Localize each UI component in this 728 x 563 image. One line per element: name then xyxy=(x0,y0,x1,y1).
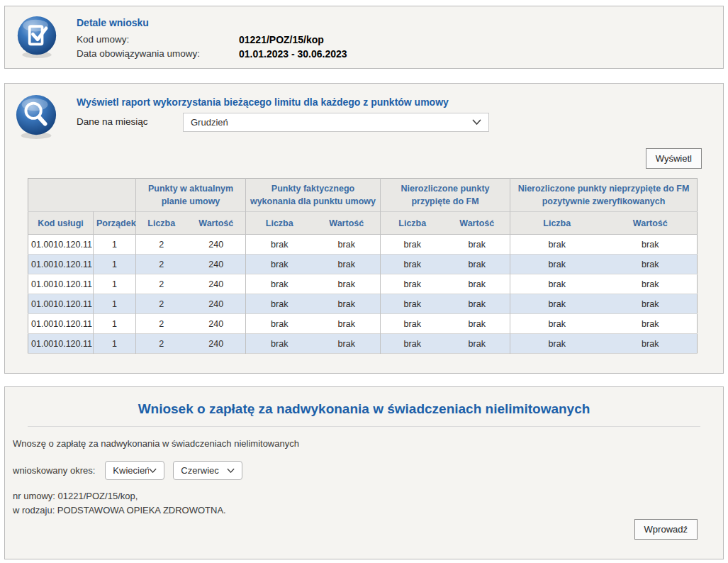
table-cell: brak xyxy=(246,274,313,294)
table-cell: brak xyxy=(246,235,313,255)
table-cell: brak xyxy=(604,314,698,334)
table-row: 01.0010.120.1112240brakbrakbrakbrakbrakb… xyxy=(28,334,698,354)
table-cell: 01.0010.120.11 xyxy=(28,255,94,274)
col-header-service-code: Kod usługi xyxy=(28,212,94,235)
table-cell: brak xyxy=(510,294,604,314)
table-row: 01.0010.120.1112240brakbrakbrakbrakbrakb… xyxy=(28,274,698,294)
table-cell: brak xyxy=(510,314,604,334)
table-cell: brak xyxy=(510,334,604,354)
table-cell: brak xyxy=(444,255,510,274)
period-to-select[interactable]: Czerwiec xyxy=(173,461,242,480)
table-cell: 01.0010.120.11 xyxy=(28,294,94,314)
col-header-count: Liczba xyxy=(381,212,444,235)
chevron-down-icon xyxy=(149,468,164,474)
table-cell: brak xyxy=(510,235,604,255)
title-divider xyxy=(28,426,700,427)
period-to-value: Czerwiec xyxy=(174,465,227,476)
col-header-value: Wartość xyxy=(444,212,510,235)
contract-dates-value: 01.01.2023 - 30.06.2023 xyxy=(239,47,347,61)
table-cell: brak xyxy=(604,235,698,255)
period-label: wnioskowany okres: xyxy=(13,465,95,476)
col-header-value: Wartość xyxy=(604,212,698,235)
table-cell: brak xyxy=(444,314,510,334)
table-cell: 1 xyxy=(94,235,136,255)
contract-details: Kod umowy: 01221/POZ/15/kop Data obowiąz… xyxy=(77,33,347,61)
period-from-value: Kwiecień xyxy=(106,465,149,476)
table-group-header-row: Punkty w aktualnym planie umowy Punkty f… xyxy=(28,179,698,212)
overrun-payment-request-panel: Wniosek o zapłatę za nadwykonania w świa… xyxy=(4,386,724,559)
table-cell: brak xyxy=(444,235,510,255)
table-cell: 1 xyxy=(94,294,136,314)
chevron-down-icon xyxy=(472,119,488,126)
table-cell: brak xyxy=(246,294,313,314)
table-cell: brak xyxy=(604,334,698,354)
table-cell: 1 xyxy=(94,314,136,334)
col-header-order: Porządek xyxy=(94,212,136,235)
period-from-select[interactable]: Kwiecień xyxy=(105,461,164,480)
table-cell: brak xyxy=(246,334,313,354)
group-header-empty xyxy=(28,179,136,212)
report-table-wrap: Punkty w aktualnym planie umowy Punkty f… xyxy=(28,178,698,354)
table-cell: 2 xyxy=(136,255,187,274)
table-cell: brak xyxy=(444,274,510,294)
service-kind-line: w rodzaju: PODSTAWOWA OPIEKA ZDROWOTNA. xyxy=(13,505,226,515)
table-cell: brak xyxy=(246,255,313,274)
table-cell: brak xyxy=(313,314,381,334)
table-cell: 240 xyxy=(187,314,246,334)
month-select[interactable]: Grudzień xyxy=(183,113,489,132)
submit-button[interactable]: Wprowadź xyxy=(634,519,698,540)
table-cell: brak xyxy=(313,334,381,354)
panel-title: Wyświetl raport wykorzystania bieżącego … xyxy=(77,96,449,108)
table-cell: 240 xyxy=(187,334,246,354)
table-cell: brak xyxy=(381,274,444,294)
table-cell: 2 xyxy=(136,235,187,255)
group-header-plan: Punkty w aktualnym planie umowy xyxy=(136,179,246,212)
table-cell: 240 xyxy=(187,294,246,314)
table-cell: brak xyxy=(510,255,604,274)
table-cell: 2 xyxy=(136,274,187,294)
report-table: Punkty w aktualnym planie umowy Punkty f… xyxy=(28,178,698,354)
table-cell: 01.0010.120.11 xyxy=(28,314,94,334)
table-cell: brak xyxy=(313,294,381,314)
table-cell: brak xyxy=(444,294,510,314)
request-statement: Wnoszę o zapłatę za nadwykonania w świad… xyxy=(13,438,299,449)
contract-number-line: nr umowy: 01221/POZ/15/kop, xyxy=(13,491,138,501)
col-header-value: Wartość xyxy=(313,212,381,235)
table-row: 01.0010.120.1112240brakbrakbrakbrakbrakb… xyxy=(28,235,698,255)
table-cell: brak xyxy=(313,274,381,294)
month-select-value: Grudzień xyxy=(184,117,472,128)
group-header-unsettled-nofm: Nierozliczone punkty nieprzypięte do FM … xyxy=(510,179,698,212)
checked-document-icon xyxy=(16,15,58,62)
magnifier-icon xyxy=(14,94,58,142)
group-header-unsettled-fm: Nierozliczone punkty przypięte do FM xyxy=(381,179,510,212)
col-header-count: Liczba xyxy=(136,212,187,235)
limit-report-panel: Wyświetl raport wykorzystania bieżącego … xyxy=(4,83,724,374)
table-cell: brak xyxy=(246,314,313,334)
table-cell: brak xyxy=(381,334,444,354)
contract-code-label: Kod umowy: xyxy=(77,33,239,47)
report-table-body: 01.0010.120.1112240brakbrakbrakbrakbrakb… xyxy=(28,235,698,354)
contract-dates-label: Data obowiązywania umowy: xyxy=(77,47,239,61)
table-cell: 2 xyxy=(136,314,187,334)
contract-code-row: Kod umowy: 01221/POZ/15/kop xyxy=(77,33,347,47)
table-cell: brak xyxy=(381,255,444,274)
table-cell: brak xyxy=(604,255,698,274)
table-row: 01.0010.120.1112240brakbrakbrakbrakbrakb… xyxy=(28,294,698,314)
table-cell: brak xyxy=(604,294,698,314)
table-cell: 01.0010.120.11 xyxy=(28,334,94,354)
table-cell: brak xyxy=(604,274,698,294)
table-row: 01.0010.120.1112240brakbrakbrakbrakbrakb… xyxy=(28,314,698,334)
table-cell: 2 xyxy=(136,334,187,354)
table-cell: 240 xyxy=(187,255,246,274)
group-header-execution: Punkty faktycznego wykonania dla punktu … xyxy=(246,179,381,212)
table-cell: 1 xyxy=(94,255,136,274)
table-cell: brak xyxy=(313,235,381,255)
month-label: Dane na miesiąc xyxy=(77,116,148,127)
table-cell: 240 xyxy=(187,274,246,294)
table-cell: 2 xyxy=(136,294,187,314)
table-sub-header-row: Kod usługi Porządek Liczba Wartość Liczb… xyxy=(28,212,698,235)
table-cell: 01.0010.120.11 xyxy=(28,235,94,255)
table-cell: 1 xyxy=(94,274,136,294)
display-button[interactable]: Wyświetl xyxy=(646,148,702,169)
application-details-panel: Detale wniosku Kod umowy: 01221/POZ/15/k… xyxy=(4,6,724,69)
